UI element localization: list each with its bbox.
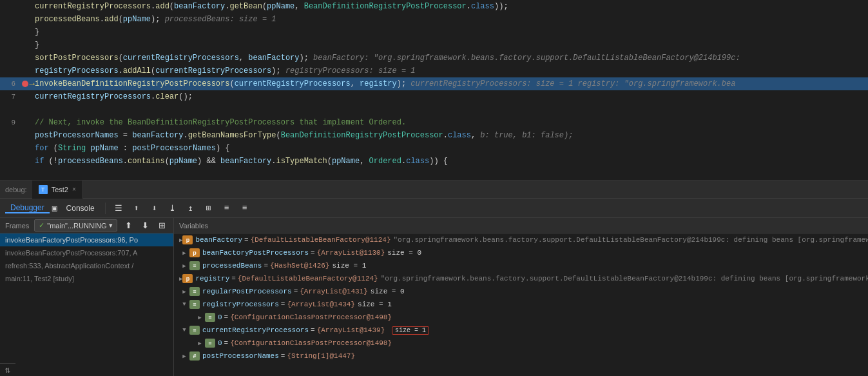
frames-panel-header: Frames ✓ "main"...RUNNING ▾ ⬆ ⬇ ⊞ xyxy=(0,218,173,233)
debugger-tab[interactable]: Debugger xyxy=(5,203,50,213)
type-icon-p2: p xyxy=(189,248,200,257)
type-icon-arr5: ≡ xyxy=(189,326,200,335)
type-icon-hash: # xyxy=(189,351,200,361)
type-icon-p3: p xyxy=(182,274,193,283)
code-line-11: for (String ppName : postProcessorNames)… xyxy=(0,142,868,155)
toolbar-btn-step-into[interactable]: ⤓ xyxy=(165,201,180,215)
bottom-panel: Frames ✓ "main"...RUNNING ▾ ⬆ ⬇ ⊞ invoke… xyxy=(0,218,868,376)
type-icon-arr3: ≡ xyxy=(189,300,200,309)
type-icon-p: p xyxy=(182,235,193,244)
frame-item-2[interactable]: refresh:533, AbstractApplicationContext … xyxy=(0,259,173,272)
code-line-empty xyxy=(0,103,868,116)
expand-registryProcessors-0[interactable]: ▶ xyxy=(195,314,205,321)
variables-label: Variables xyxy=(179,222,208,230)
frame-item-1[interactable]: invokeBeanFactoryPostProcessors:707, A xyxy=(0,246,173,259)
tab-close-button[interactable]: × xyxy=(72,186,76,193)
toolbar-separator xyxy=(105,203,106,214)
type-icon-arr4: ≡ xyxy=(205,313,215,322)
toolbar-btn-up[interactable]: ⬆ xyxy=(129,201,144,215)
expand-currentRegistryProcessors-0[interactable]: ▶ xyxy=(195,340,205,347)
var-registryProcessors-0[interactable]: ▶ ≡ 0 = {ConfigurationClassPostProcessor… xyxy=(174,311,868,324)
toolbar-btn-run[interactable]: ⊞ xyxy=(201,201,217,215)
tab-bar: debug: T Test2 × xyxy=(0,181,868,199)
variables-panel: Variables ▶ p beanFactory = {DefaultList… xyxy=(174,218,868,376)
expand-processedBeans[interactable]: ▶ xyxy=(179,262,189,270)
toolbar-btn-menu[interactable]: ☰ xyxy=(111,201,126,215)
code-line-highlighted: 6 → invokeBeanDefinitionRegistryPostProc… xyxy=(0,77,868,90)
tab-icon: T xyxy=(39,185,48,194)
debug-label: debug: xyxy=(0,186,32,193)
code-line-8: 7 currentRegistryProcessors.clear(); xyxy=(0,90,868,103)
frame-item-0[interactable]: invokeBeanFactoryPostProcessors:96, Po xyxy=(0,233,173,246)
expand-beanFactoryPostProcessors[interactable]: ▶ xyxy=(179,250,189,257)
code-line-2: processedBeans.add(ppName); processedBea… xyxy=(0,13,868,26)
toolbar-btn-view1[interactable]: ≡ xyxy=(219,201,235,215)
expand-registryProcessors[interactable]: ▼ xyxy=(179,301,189,308)
var-registry[interactable]: ▶ p registry = {DefaultListableBeanFacto… xyxy=(174,272,868,285)
expand-postProcessorNames[interactable]: ▶ xyxy=(179,353,189,360)
frames-up-btn[interactable]: ⬆ xyxy=(122,219,134,233)
code-line-3: } xyxy=(0,26,868,39)
variable-list: ▶ p beanFactory = {DefaultListableBeanFa… xyxy=(174,233,868,376)
frame-list: invokeBeanFactoryPostProcessors:96, Po i… xyxy=(0,233,173,363)
thread-check-icon: ✓ xyxy=(39,221,44,230)
tab-label: Test2 xyxy=(52,186,68,193)
code-line-4: } xyxy=(0,39,868,52)
code-line-6: registryProcessors.addAll(currentRegistr… xyxy=(0,64,868,77)
expand-currentRegistryProcessors[interactable]: ▼ xyxy=(179,327,189,333)
thread-dropdown-icon: ▾ xyxy=(109,221,113,230)
var-currentRegistryProcessors[interactable]: ▼ ≡ currentRegistryProcessors = {ArrayLi… xyxy=(174,324,868,337)
code-line-1: currentRegistryProcessors.add(beanFactor… xyxy=(0,0,868,13)
thread-name: "main"...RUNNING xyxy=(47,222,106,230)
console-tab[interactable]: Console xyxy=(61,204,100,213)
scroll-icon: ⇅ xyxy=(0,363,15,376)
var-regularPostProcessors[interactable]: ▶ ≡ regularPostProcessors = {ArrayList@1… xyxy=(174,285,868,298)
tab-test2[interactable]: T Test2 × xyxy=(32,181,83,199)
code-line-5: sortPostProcessors(currentRegistryProces… xyxy=(0,52,868,64)
frame-item-3[interactable]: main:11, Test2 [study] xyxy=(0,272,173,285)
code-line-10: postProcessorNames = beanFactory.getBean… xyxy=(0,129,868,142)
variables-panel-header: Variables xyxy=(174,218,868,233)
var-registryProcessors[interactable]: ▼ ≡ registryProcessors = {ArrayList@1434… xyxy=(174,298,868,311)
current-line-arrow: → xyxy=(30,79,35,89)
type-icon-arr: ≡ xyxy=(189,261,200,270)
type-icon-arr6: ≡ xyxy=(205,339,215,348)
toolbar-btn-view2[interactable]: ≡ xyxy=(237,201,253,215)
frames-down-btn[interactable]: ⬇ xyxy=(140,219,151,233)
thread-selector[interactable]: ✓ "main"...RUNNING ▾ xyxy=(34,219,117,232)
toolbar: Debugger ▣ Console ☰ ⬆ ⬇ ⤓ ↥ ⊞ ≡ ≡ xyxy=(0,199,868,218)
code-line-12: if (!processedBeans.contains(ppName) && … xyxy=(0,155,868,168)
frames-panel: Frames ✓ "main"...RUNNING ▾ ⬆ ⬇ ⊞ invoke… xyxy=(0,218,174,376)
size-badge-highlighted: size = 1 xyxy=(392,326,429,335)
toolbar-btn-step-out[interactable]: ↥ xyxy=(183,201,198,215)
expand-regularPostProcessors[interactable]: ▶ xyxy=(179,288,189,295)
breakpoint-icon xyxy=(22,81,28,87)
var-beanFactory[interactable]: ▶ p beanFactory = {DefaultListableBeanFa… xyxy=(174,233,868,246)
var-postProcessorNames[interactable]: ▶ # postProcessorNames = {String[1]@1447… xyxy=(174,350,868,362)
type-icon-arr2: ≡ xyxy=(189,287,200,296)
code-editor: currentRegistryProcessors.add(beanFactor… xyxy=(0,0,868,181)
code-line-9: 9 // Next, invoke the BeanDefinitionRegi… xyxy=(0,116,868,129)
var-beanFactoryPostProcessors[interactable]: ▶ p beanFactoryPostProcessors = {ArrayLi… xyxy=(174,246,868,259)
var-currentRegistryProcessors-0[interactable]: ▶ ≡ 0 = {ConfigurationClassPostProcessor… xyxy=(174,337,868,350)
frames-filter-btn[interactable]: ⊞ xyxy=(157,219,168,233)
frames-label: Frames xyxy=(5,222,29,230)
var-processedBeans[interactable]: ▶ ≡ processedBeans = {HashSet@1426} size… xyxy=(174,259,868,272)
toolbar-btn-down[interactable]: ⬇ xyxy=(147,201,162,215)
